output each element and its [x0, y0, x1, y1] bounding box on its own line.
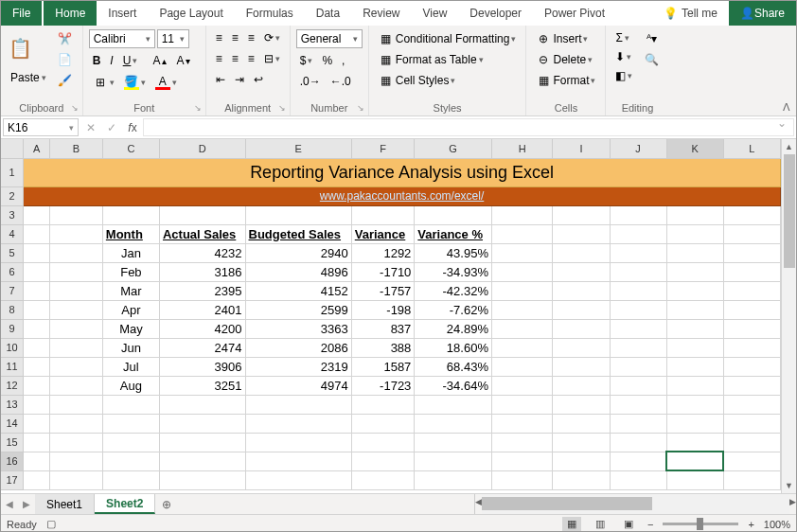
row-header-2[interactable]: 2 — [1, 186, 24, 205]
cell-budget[interactable]: 2940 — [245, 243, 351, 262]
delete-cells-button[interactable]: ⊖ Delete — [532, 50, 599, 69]
row-header-14[interactable]: 14 — [1, 414, 24, 433]
copy-button[interactable]: 📄 — [54, 50, 77, 69]
font-launcher[interactable]: ↘ — [192, 102, 204, 114]
header-budget[interactable]: Budgeted Sales — [245, 224, 351, 243]
underline-button[interactable]: U — [119, 52, 142, 69]
tab-power-pivot[interactable]: Power Pivot — [533, 1, 616, 26]
decrease-decimal-button[interactable]: ←.0 — [327, 73, 355, 90]
cell-variance[interactable]: 1587 — [351, 357, 415, 376]
tab-formulas[interactable]: Formulas — [235, 1, 305, 26]
cell-month[interactable]: Apr — [102, 300, 159, 319]
cell-variance-pct[interactable]: 68.43% — [415, 357, 492, 376]
sheet-nav-prev[interactable]: ◀ — [1, 494, 18, 514]
cell-variance-pct[interactable]: -7.62% — [415, 300, 492, 319]
align-middle-button[interactable]: ≡ — [228, 29, 242, 46]
fill-button[interactable]: ⬇ — [611, 48, 636, 65]
cell-variance-pct[interactable]: 24.89% — [415, 319, 492, 338]
scroll-right-button[interactable]: ▶ — [789, 494, 796, 509]
enter-formula-button[interactable]: ✓ — [101, 116, 122, 138]
cell-budget[interactable]: 2086 — [245, 338, 351, 357]
cell-variance-pct[interactable]: -34.64% — [415, 376, 492, 395]
row-header-12[interactable]: 12 — [1, 376, 24, 395]
row-header-15[interactable]: 15 — [1, 433, 24, 452]
cell-variance[interactable]: -198 — [351, 300, 415, 319]
bold-button[interactable]: B — [89, 52, 105, 69]
row-header-3[interactable]: 3 — [1, 205, 24, 224]
row-header-17[interactable]: 17 — [1, 470, 24, 489]
percent-button[interactable]: % — [318, 52, 336, 69]
sheet-tab-1[interactable]: Sheet1 — [35, 494, 95, 514]
header-month[interactable]: Month — [102, 224, 159, 243]
insert-cells-button[interactable]: ⊕ Insert — [532, 29, 599, 48]
align-left-button[interactable]: ≡ — [212, 50, 226, 67]
tab-developer[interactable]: Developer — [458, 1, 533, 26]
font-size-select[interactable]: 11 — [157, 29, 189, 48]
view-page-layout-button[interactable]: ▥ — [591, 517, 610, 532]
decrease-indent-button[interactable]: ⇤ — [212, 71, 229, 88]
cell-variance[interactable]: -1723 — [351, 376, 415, 395]
zoom-in-button[interactable]: + — [748, 519, 753, 530]
decrease-font-button[interactable]: A▾ — [172, 52, 194, 69]
currency-button[interactable]: $ — [296, 52, 317, 69]
format-painter-button[interactable]: 🖌️ — [54, 71, 77, 90]
cell-month[interactable]: Feb — [102, 262, 159, 281]
zoom-slider[interactable] — [663, 523, 738, 525]
sheet-link[interactable]: www.pakaccountants.com/excel/ — [24, 186, 781, 205]
cell-variance[interactable]: 837 — [351, 319, 415, 338]
borders-button[interactable]: ⊞ — [89, 73, 118, 92]
row-header-1[interactable]: 1 — [1, 158, 24, 186]
formula-bar[interactable] — [143, 118, 794, 136]
cell-budget[interactable]: 2319 — [245, 357, 351, 376]
cell-budget[interactable]: 2599 — [245, 300, 351, 319]
zoom-out-button[interactable]: − — [647, 519, 653, 530]
zoom-level[interactable]: 100% — [764, 519, 790, 530]
merge-button[interactable]: ⊟ — [260, 50, 284, 67]
increase-indent-button[interactable]: ⇥ — [231, 71, 248, 88]
col-header-E[interactable]: E — [245, 139, 351, 158]
clear-button[interactable]: ◧ — [611, 67, 636, 84]
col-header-L[interactable]: L — [723, 139, 780, 158]
view-page-break-button[interactable]: ▣ — [619, 517, 638, 532]
cell-month[interactable]: Jan — [102, 243, 159, 262]
expand-formula-bar-button[interactable]: ⌄ — [771, 116, 792, 130]
alignment-launcher[interactable]: ↘ — [276, 102, 288, 114]
grid-table[interactable]: A B C D E F G H I J K L 1Reporting Varia… — [1, 139, 781, 490]
tab-file[interactable]: File — [1, 1, 42, 26]
format-as-table-button[interactable]: ▦ Format as Table — [375, 50, 521, 69]
cell-month[interactable]: Aug — [102, 376, 159, 395]
cell-variance-pct[interactable]: -34.93% — [415, 262, 492, 281]
find-select-button[interactable]: 🔍 — [640, 50, 663, 69]
font-name-select[interactable]: Calibri — [89, 29, 155, 48]
row-header-16[interactable]: 16 — [1, 452, 24, 470]
align-bottom-button[interactable]: ≡ — [244, 29, 258, 46]
increase-decimal-button[interactable]: .0→ — [296, 73, 325, 90]
cell-month[interactable]: Jul — [102, 357, 159, 376]
align-right-button[interactable]: ≡ — [244, 50, 258, 67]
header-variance-pct[interactable]: Variance % — [415, 224, 492, 243]
cell-actual[interactable]: 2474 — [159, 338, 245, 357]
row-header-4[interactable]: 4 — [1, 224, 24, 243]
fill-color-button[interactable]: 🪣 — [120, 73, 150, 92]
conditional-formatting-button[interactable]: ▦ Conditional Formatting — [375, 29, 521, 48]
paste-button[interactable]: 📋 Paste — [7, 29, 50, 86]
view-normal-button[interactable]: ▦ — [562, 517, 581, 532]
tab-review[interactable]: Review — [351, 1, 411, 26]
cell-budget[interactable]: 4974 — [245, 376, 351, 395]
row-header-13[interactable]: 13 — [1, 395, 24, 414]
col-header-I[interactable]: I — [553, 139, 610, 158]
cell-actual[interactable]: 3186 — [159, 262, 245, 281]
col-header-C[interactable]: C — [102, 139, 159, 158]
cell-budget[interactable]: 4896 — [245, 262, 351, 281]
col-header-G[interactable]: G — [415, 139, 492, 158]
header-variance[interactable]: Variance — [351, 224, 415, 243]
horizontal-scrollbar[interactable]: ◀ ▶ — [474, 494, 796, 514]
wrap-text-button[interactable]: ↩ — [250, 71, 267, 88]
col-header-H[interactable]: H — [491, 139, 552, 158]
sheet-nav-next[interactable]: ▶ — [18, 494, 35, 514]
sheet-tab-2[interactable]: Sheet2 — [95, 494, 155, 514]
col-header-F[interactable]: F — [351, 139, 415, 158]
cell-month[interactable]: Mar — [102, 281, 159, 300]
collapse-ribbon-button[interactable]: ᐱ — [783, 101, 790, 114]
select-all-corner[interactable] — [1, 139, 24, 158]
